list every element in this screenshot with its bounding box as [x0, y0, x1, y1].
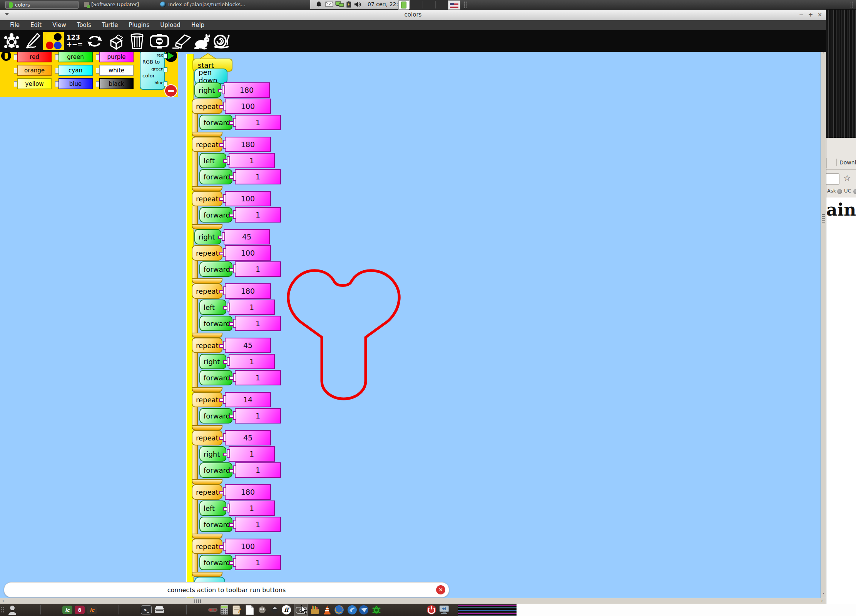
- block-value-14[interactable]: 14: [225, 392, 271, 407]
- block-repeat-body[interactable]: repeat: [192, 484, 222, 500]
- turtleblocks-launcher[interactable]: [372, 605, 381, 615]
- block-value-100[interactable]: 100: [225, 245, 271, 261]
- block-value-45[interactable]: 45: [225, 430, 271, 445]
- numbers-button[interactable]: 123+−=: [65, 32, 84, 50]
- block-value-1[interactable]: 1: [229, 153, 275, 168]
- scroll-down-icon[interactable]: ˅: [821, 592, 826, 598]
- palette-button[interactable]: [43, 32, 64, 50]
- palette-color-orange[interactable]: orange: [17, 65, 52, 76]
- edit-pen-button[interactable]: [23, 32, 42, 50]
- block-forward-body[interactable]: forward: [199, 370, 232, 385]
- livecode-green-launcher[interactable]: lc: [62, 605, 72, 615]
- maximize-button[interactable]: +: [807, 11, 814, 18]
- window-titlebar[interactable]: colors − + ×: [0, 9, 826, 20]
- menu-turtle[interactable]: Turtle: [97, 22, 124, 28]
- scroll-right-icon[interactable]: ›: [819, 598, 825, 604]
- shutdown-button[interactable]: [426, 605, 436, 615]
- block-value-1[interactable]: 1: [229, 446, 275, 462]
- volume-icon[interactable]: [354, 1, 362, 9]
- palette-color-green[interactable]: green: [59, 51, 93, 62]
- run-slow-button[interactable]: [212, 32, 230, 50]
- block-forward-body[interactable]: forward: [199, 462, 232, 478]
- turtle-tool-button[interactable]: [2, 32, 21, 50]
- block-forward-body[interactable]: forward: [199, 207, 232, 223]
- background-browser-window[interactable]: Downl ☆ Ask UC ain: [826, 138, 856, 616]
- block-value-180[interactable]: 180: [225, 484, 271, 500]
- block-value-45[interactable]: 45: [224, 229, 270, 244]
- hide-blocks-button[interactable]: [149, 32, 170, 50]
- block-value-1[interactable]: 1: [229, 300, 275, 315]
- organ-launcher[interactable]: [310, 605, 319, 615]
- battery-icon[interactable]: [346, 1, 351, 9]
- block-value-1[interactable]: 1: [229, 500, 275, 516]
- palette-color-purple[interactable]: purple: [99, 51, 134, 62]
- palette-color-yellow[interactable]: yellow: [17, 78, 52, 89]
- block-value-1[interactable]: 1: [235, 517, 281, 532]
- notes-launcher[interactable]: [232, 605, 241, 615]
- restore-blocks-button[interactable]: [85, 32, 104, 50]
- display-settings-button[interactable]: [439, 605, 450, 615]
- taskbar-window-index[interactable]: Index of /alanjas/turtleblocks...: [157, 1, 249, 8]
- mail-icon[interactable]: [325, 1, 333, 9]
- block-forward-body[interactable]: forward: [199, 316, 232, 331]
- menu-plugins[interactable]: Plugins: [124, 22, 155, 28]
- open-box-button[interactable]: [107, 32, 125, 50]
- block-repeat-body[interactable]: repeat: [192, 191, 222, 206]
- block-repeat-body[interactable]: repeat: [192, 338, 222, 353]
- run-fast-button[interactable]: [192, 32, 211, 50]
- block-value-1[interactable]: 1: [235, 370, 281, 385]
- taskbar-grip[interactable]: [1, 606, 5, 613]
- calculator-launcher[interactable]: [220, 605, 229, 615]
- fontforge-launcher[interactable]: ff: [282, 605, 291, 615]
- palette-color-black[interactable]: black: [99, 78, 134, 89]
- palette-color-cyan[interactable]: cyan: [59, 65, 93, 76]
- games-launcher[interactable]: [208, 605, 218, 615]
- block-forward-body[interactable]: forward: [199, 261, 232, 277]
- browser-download-label[interactable]: Downl: [839, 159, 856, 166]
- vlc-launcher[interactable]: [323, 605, 332, 615]
- block-repeat-body[interactable]: repeat: [192, 137, 222, 152]
- block-left-body[interactable]: left: [199, 300, 226, 315]
- taskbar-window-colors[interactable]: colors: [5, 1, 79, 9]
- block-left-body[interactable]: left: [199, 500, 226, 516]
- trash-button[interactable]: [128, 32, 146, 50]
- scanner-launcher[interactable]: [154, 605, 165, 615]
- block-pen-down-body[interactable]: pen down: [194, 69, 227, 84]
- erase-button[interactable]: [171, 32, 192, 50]
- block-forward-body[interactable]: forward: [199, 115, 232, 130]
- block-right-body[interactable]: right: [199, 446, 226, 462]
- inkscape-launcher[interactable]: [270, 605, 279, 615]
- notifications-bell-icon[interactable]: [316, 1, 322, 9]
- minimize-button[interactable]: −: [797, 11, 805, 18]
- panel-grip[interactable]: [463, 1, 467, 8]
- block-right-body[interactable]: right: [194, 82, 221, 98]
- block-repeat-body[interactable]: repeat: [192, 539, 222, 554]
- block-value-1[interactable]: 1: [235, 462, 281, 478]
- menu-edit[interactable]: Edit: [25, 22, 47, 28]
- keyboard-indicator[interactable]: [398, 0, 409, 10]
- palette-color-white[interactable]: white: [99, 65, 134, 76]
- status-close-button[interactable]: ✕: [436, 585, 445, 594]
- terminal-launcher[interactable]: >_: [141, 605, 152, 615]
- menu-view[interactable]: View: [47, 22, 72, 28]
- thunderbird-launcher[interactable]: [359, 605, 369, 615]
- menu-help[interactable]: Help: [186, 22, 210, 28]
- block-left-body[interactable]: left: [199, 153, 226, 168]
- bluefish-launcher[interactable]: [347, 605, 357, 615]
- taskbar-window-software-updater[interactable]: [Software Updater]: [81, 1, 142, 8]
- palette-toggle-button[interactable]: [1, 51, 11, 61]
- livecode-orange-launcher[interactable]: lc: [87, 605, 97, 615]
- block-value-1[interactable]: 1: [235, 207, 281, 223]
- panel-grip-right[interactable]: [850, 1, 854, 8]
- document-launcher[interactable]: [246, 605, 254, 615]
- close-button[interactable]: ×: [816, 11, 824, 18]
- block-value-180[interactable]: 180: [224, 82, 270, 98]
- network-icon[interactable]: [335, 1, 344, 10]
- scroll-up-icon[interactable]: ˄: [821, 52, 826, 57]
- block-value-1[interactable]: 1: [229, 354, 275, 369]
- horizontal-scrollbar[interactable]: ‹ ›: [0, 598, 826, 604]
- block-value-45[interactable]: 45: [225, 338, 271, 353]
- block-value-1[interactable]: 1: [235, 408, 281, 424]
- vertical-scroll-grip[interactable]: [822, 214, 825, 224]
- user-switcher-icon[interactable]: [8, 605, 17, 615]
